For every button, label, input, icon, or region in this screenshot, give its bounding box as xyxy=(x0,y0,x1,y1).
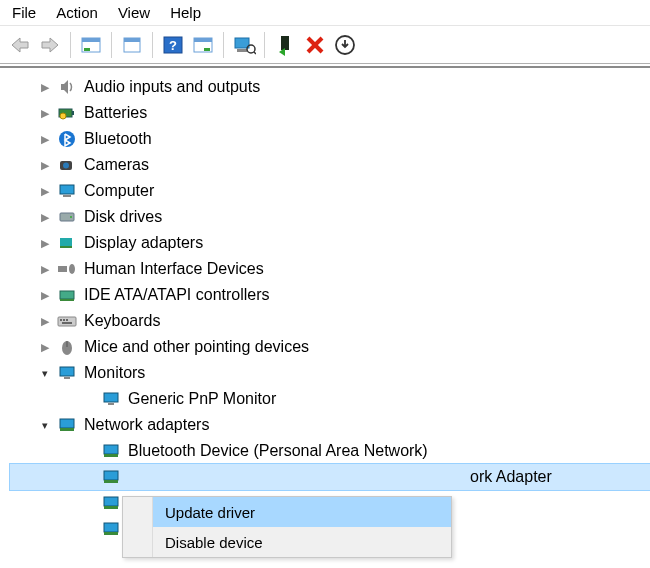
network-adapter-icon xyxy=(100,495,122,511)
svg-rect-30 xyxy=(58,266,67,272)
toolbar-separator xyxy=(70,32,71,58)
svg-point-23 xyxy=(63,163,69,169)
toolbar-separator xyxy=(264,32,265,58)
action-pane-button[interactable] xyxy=(189,31,217,59)
display-adapter-icon xyxy=(56,236,78,250)
svg-rect-4 xyxy=(124,38,140,42)
tree-node-mice[interactable]: ▶ Mice and other pointing devices xyxy=(10,334,650,360)
network-adapter-icon xyxy=(100,443,122,459)
tree-node-hid[interactable]: ▶ Human Interface Devices xyxy=(10,256,650,282)
tree-node-disk-drives[interactable]: ▶ Disk drives xyxy=(10,204,650,230)
uninstall-device-button[interactable] xyxy=(331,31,359,59)
tree-node-keyboards[interactable]: ▶ Keyboards xyxy=(10,308,650,334)
svg-rect-2 xyxy=(84,48,90,51)
expand-icon[interactable]: ▶ xyxy=(36,133,54,146)
network-adapter-icon xyxy=(100,521,122,537)
tree-label: Monitors xyxy=(84,364,145,382)
enable-device-button[interactable] xyxy=(271,31,299,59)
menu-bar: File Action View Help xyxy=(0,0,650,26)
network-adapter-icon xyxy=(56,417,78,433)
collapse-icon[interactable]: ▾ xyxy=(36,419,54,432)
svg-rect-52 xyxy=(104,506,118,509)
tree-node-computer[interactable]: ▶ Computer xyxy=(10,178,650,204)
svg-line-13 xyxy=(254,52,256,54)
expand-icon[interactable]: ▶ xyxy=(36,211,54,224)
tree-label: Human Interface Devices xyxy=(84,260,264,278)
help-button[interactable]: ? xyxy=(159,31,187,59)
tree-node-bluetooth-pan[interactable]: Bluetooth Device (Personal Area Network) xyxy=(10,438,650,464)
tree-node-bluetooth[interactable]: ▶ Bluetooth xyxy=(10,126,650,152)
expand-icon[interactable]: ▶ xyxy=(36,315,54,328)
tree-label: Bluetooth Device (Personal Area Network) xyxy=(128,442,428,460)
show-hide-console-button[interactable] xyxy=(77,31,105,59)
svg-rect-34 xyxy=(58,317,76,326)
tree-node-monitors[interactable]: ▾ Monitors xyxy=(10,360,650,386)
scan-hardware-button[interactable] xyxy=(230,31,258,59)
svg-rect-14 xyxy=(281,36,289,50)
tree-node-wifi-adapter[interactable]: ork Adapter xyxy=(10,464,650,490)
mouse-icon xyxy=(56,338,78,356)
menu-help[interactable]: Help xyxy=(164,2,215,23)
menu-view[interactable]: View xyxy=(112,2,164,23)
tree-label: ork Adapter xyxy=(128,468,552,486)
svg-rect-25 xyxy=(63,195,71,197)
disable-device-button[interactable] xyxy=(301,31,329,59)
tree-node-audio[interactable]: ▶ Audio inputs and outputs xyxy=(10,74,650,100)
expand-icon[interactable]: ▶ xyxy=(36,107,54,120)
svg-rect-29 xyxy=(60,246,72,248)
tree-label: Computer xyxy=(84,182,154,200)
tree-label: Generic PnP Monitor xyxy=(128,390,276,408)
tree-label: Mice and other pointing devices xyxy=(84,338,309,356)
context-menu-update-driver[interactable]: Update driver xyxy=(123,497,451,527)
camera-icon xyxy=(56,158,78,172)
svg-rect-36 xyxy=(63,319,65,321)
svg-rect-51 xyxy=(104,497,118,506)
tree-node-network-adapters[interactable]: ▾ Network adapters xyxy=(10,412,650,438)
tree-node-display-adapters[interactable]: ▶ Display adapters xyxy=(10,230,650,256)
properties-button[interactable] xyxy=(118,31,146,59)
expand-icon[interactable]: ▶ xyxy=(36,289,54,302)
menu-file[interactable]: File xyxy=(6,2,50,23)
expand-icon[interactable]: ▶ xyxy=(36,185,54,198)
svg-rect-41 xyxy=(60,367,74,376)
tree-node-ide[interactable]: ▶ IDE ATA/ATAPI controllers xyxy=(10,282,650,308)
expand-icon[interactable]: ▶ xyxy=(36,263,54,276)
svg-rect-46 xyxy=(60,428,74,431)
svg-rect-33 xyxy=(60,299,74,301)
tree-label: Display adapters xyxy=(84,234,203,252)
bluetooth-icon xyxy=(56,130,78,148)
back-button[interactable] xyxy=(6,31,34,59)
svg-text:?: ? xyxy=(169,38,177,53)
expand-icon[interactable]: ▶ xyxy=(36,237,54,250)
tree-node-generic-monitor[interactable]: Generic PnP Monitor xyxy=(10,386,650,412)
forward-button[interactable] xyxy=(36,31,64,59)
tree-node-cameras[interactable]: ▶ Cameras xyxy=(10,152,650,178)
expand-icon[interactable]: ▶ xyxy=(36,159,54,172)
svg-rect-35 xyxy=(60,319,62,321)
svg-rect-19 xyxy=(72,111,74,115)
svg-rect-11 xyxy=(237,49,247,52)
tree-label: Disk drives xyxy=(84,208,162,226)
monitor-icon xyxy=(100,391,122,407)
svg-rect-37 xyxy=(66,319,68,321)
context-menu-gutter xyxy=(123,497,153,557)
tree-node-batteries[interactable]: ▶ Batteries xyxy=(10,100,650,126)
context-menu-label: Update driver xyxy=(159,504,255,521)
menu-action[interactable]: Action xyxy=(50,2,112,23)
svg-rect-32 xyxy=(60,291,74,299)
expand-icon[interactable]: ▶ xyxy=(36,81,54,94)
context-menu-disable-device[interactable]: Disable device xyxy=(123,527,451,557)
toolbar: ? xyxy=(0,26,650,64)
expand-icon[interactable]: ▶ xyxy=(36,341,54,354)
tree-label: Audio inputs and outputs xyxy=(84,78,260,96)
svg-rect-9 xyxy=(204,48,210,51)
tree-label: IDE ATA/ATAPI controllers xyxy=(84,286,270,304)
collapse-icon[interactable]: ▾ xyxy=(36,367,54,380)
hid-icon xyxy=(56,262,78,276)
svg-rect-24 xyxy=(60,185,74,194)
disk-icon xyxy=(56,210,78,224)
ide-icon xyxy=(56,288,78,302)
network-adapter-icon xyxy=(100,469,122,485)
svg-point-31 xyxy=(69,264,75,274)
svg-rect-53 xyxy=(104,523,118,532)
